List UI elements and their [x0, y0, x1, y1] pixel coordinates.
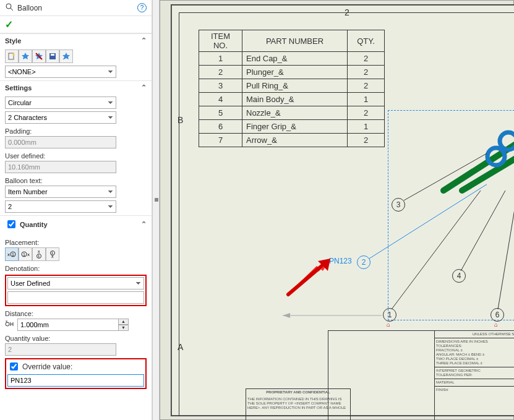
padding-input — [5, 136, 116, 148]
ok-icon[interactable]: ✓ — [5, 19, 13, 30]
style-header[interactable]: Style⌃ — [0, 33, 152, 47]
drawing-sheet: 2 B A ITEM NO.PART NUMBERQTY. 1End Cap_&… — [171, 4, 514, 416]
layers-select[interactable]: 2 — [5, 200, 116, 213]
assembly-view — [437, 122, 514, 197]
placement-label: Placement: — [5, 239, 147, 246]
shape-select[interactable]: Circular — [5, 96, 116, 109]
settings-body: Circular 2 Characters Padding: User defi… — [0, 94, 152, 215]
zone-letter-b: B — [178, 115, 183, 125]
confirm-bar: ✓ — [0, 16, 152, 33]
denotation-highlight: User Defined — [5, 275, 147, 306]
center-mark-icon: ⌂ — [494, 321, 498, 328]
userdef-input — [5, 161, 116, 173]
svg-point-0 — [6, 4, 11, 9]
drawing-canvas[interactable]: 2 B A ITEM NO.PART NUMBERQTY. 1End Cap_&… — [160, 0, 514, 420]
distance-label: Distance: — [5, 310, 147, 317]
bom-table: ITEM NO.PART NUMBERQTY. 1End Cap_&2 2Plu… — [199, 30, 385, 147]
center-mark-icon: ⌂ — [387, 321, 390, 328]
style-preset-select[interactable]: <NONE> — [5, 66, 116, 78]
svg-marker-9 — [62, 53, 70, 59]
style-new-icon[interactable] — [5, 49, 19, 63]
zone-letter-a: A — [178, 342, 183, 352]
chevron-up-icon: ⌃ — [141, 84, 147, 92]
denotation-select[interactable]: User Defined — [7, 277, 144, 289]
titleblock-proprietary: PROPRIETARY AND CONFIDENTIAL THE INFORMA… — [246, 388, 351, 420]
svg-text:x: x — [38, 250, 40, 254]
chars-select[interactable]: 2 Characters — [5, 111, 116, 124]
padding-label: Padding: — [5, 127, 147, 135]
svg-rect-8 — [51, 54, 54, 56]
qtyval-label: Quantity value: — [5, 335, 147, 342]
settings-header[interactable]: Settings⌃ — [0, 80, 152, 94]
userdef-label: User defined: — [5, 152, 147, 160]
titleblock-right: UNLESS OTHERWISE SPECIFIED DIMENSIONS AR… — [434, 330, 514, 420]
gutter-handle-icon[interactable] — [155, 198, 158, 202]
table-row: 5Nozzle_&2 — [199, 106, 385, 120]
style-save-icon[interactable] — [46, 49, 59, 63]
svg-line-1 — [11, 8, 13, 11]
balloon-icon — [5, 2, 14, 13]
override-highlight: Override value: — [5, 358, 147, 389]
style-add-fav-icon[interactable] — [19, 49, 32, 63]
quantity-header[interactable]: Quantity ⌃ — [0, 215, 152, 233]
quantity-body: Placement: x1 1x x1 1x Denotation: User … — [0, 233, 152, 394]
svg-point-3 — [12, 53, 15, 56]
svg-text:1: 1 — [23, 252, 25, 257]
balloon-1[interactable]: 1 — [383, 308, 396, 322]
override-input[interactable] — [7, 374, 144, 387]
placement-top-icon[interactable]: x1 — [32, 247, 46, 261]
table-row: 2Plunger_&2 — [199, 66, 385, 79]
spinner-down-icon[interactable]: ▼ — [119, 325, 129, 331]
denotation-label: Denotation: — [5, 265, 147, 272]
table-row: 6Finger Grip_&1 — [199, 120, 385, 134]
svg-text:x: x — [6, 319, 7, 323]
quantity-checkbox[interactable] — [7, 220, 15, 228]
qtyval-input — [5, 343, 116, 356]
balloon-3[interactable]: 3 — [392, 198, 405, 212]
balloon-2-selected[interactable]: 2 — [357, 255, 371, 269]
svg-marker-4 — [22, 53, 29, 59]
table-row: 3Pull Ring_&2 — [199, 79, 385, 93]
balloon-4[interactable]: 4 — [452, 269, 466, 283]
svg-text:x: x — [51, 254, 54, 259]
table-row: 7Arrow_&2 — [199, 134, 385, 147]
placement-left-icon[interactable]: x1 — [5, 247, 19, 261]
svg-text:x: x — [7, 252, 10, 257]
help-icon[interactable]: ? — [137, 3, 147, 12]
placement-bottom-icon[interactable]: 1x — [46, 247, 59, 261]
placement-right-icon[interactable]: 1x — [19, 247, 32, 261]
denotation-value-input[interactable] — [7, 291, 144, 304]
red-arrow-icon — [280, 259, 335, 302]
panel-title: Balloon — [17, 4, 137, 12]
distance-gap-icon: x — [5, 319, 15, 331]
style-load-icon[interactable] — [59, 49, 73, 63]
balloon-6[interactable]: 6 — [490, 308, 504, 322]
panel-header: Balloon ? — [0, 0, 152, 16]
balloontext-label: Balloon text: — [5, 177, 147, 184]
table-row: 4Main Body_&1 — [199, 93, 385, 106]
chevron-up-icon: ⌃ — [141, 220, 147, 228]
style-body: <NONE> — [0, 47, 152, 80]
distance-input[interactable]: ▲▼ — [17, 319, 129, 331]
spinner-up-icon[interactable]: ▲ — [119, 319, 129, 325]
zone-number-top: 2 — [345, 7, 349, 17]
svg-text:x: x — [27, 252, 30, 257]
property-panel: Balloon ? ✓ Style⌃ <NONE> Settings⌃ Circ… — [0, 0, 152, 420]
panel-gutter[interactable] — [152, 0, 160, 420]
chevron-up-icon: ⌃ — [141, 36, 147, 45]
override-checkbox[interactable] — [10, 362, 18, 371]
svg-line-40 — [288, 266, 322, 294]
balloontext-select[interactable]: Item Number — [5, 186, 116, 198]
svg-text:1: 1 — [12, 252, 14, 257]
style-del-fav-icon[interactable] — [32, 49, 46, 63]
table-row: 1End Cap_&2 — [199, 52, 385, 66]
svg-text:1: 1 — [38, 254, 40, 258]
